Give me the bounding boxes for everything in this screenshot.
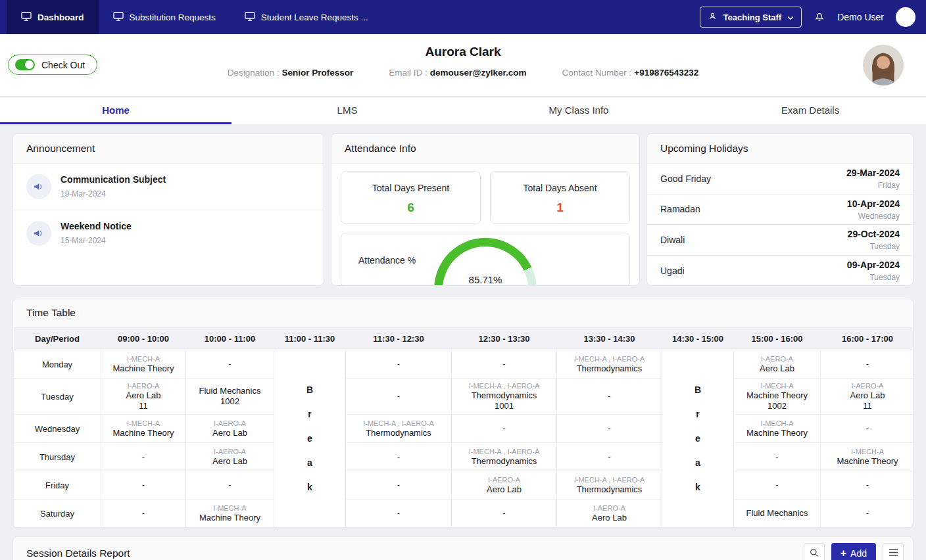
nav-tab-label: Substitution Requests [130, 12, 216, 22]
hamburger-icon [889, 548, 898, 559]
attendance-card: Attendance Info Total Days Present 6 Tot… [331, 133, 640, 286]
add-button-label: Add [850, 548, 867, 559]
page-tabs: Home LMS My Class Info Exam Details [0, 96, 926, 124]
timetable-cell: I-MECH-AMachine Theory [101, 415, 186, 443]
timetable-row-saturday: Saturday - I-MECH-AMachine Theory - - I-… [14, 500, 914, 528]
nav-right-controls: Teaching Staff Demo User [700, 0, 926, 34]
check-out-label: Check Out [41, 60, 85, 70]
timetable-row-monday: Monday I-MECH-AMachine Theory - Break - … [14, 350, 914, 379]
holiday-row: Diwali 29-Oct-2024Tuesday [647, 225, 913, 256]
timetable-header-cell: Day/Period [14, 328, 101, 350]
timetable-header-cell: 15:00 - 16:00 [734, 328, 821, 350]
days-absent-label: Total Days Absent [491, 183, 629, 193]
tab-exam-details[interactable]: Exam Details [694, 97, 926, 124]
timetable-cell: - [557, 379, 662, 415]
timetable-header-cell: 11:00 - 11:30 [274, 328, 346, 350]
email-field: Email ID :demouser@zylker.com [389, 68, 526, 78]
tab-home[interactable]: Home [0, 97, 232, 124]
timetable-cell: I-AERO-AAero Lab [186, 415, 274, 443]
timetable-cell: - [346, 379, 452, 415]
timetable-cell: I-MECH-AMachine Theory [734, 415, 821, 443]
tab-lms[interactable]: LMS [232, 97, 463, 124]
timetable-title: Time Table [13, 298, 913, 328]
staff-name: Aurora Clark [0, 45, 926, 59]
announcement-item[interactable]: Communication Subject 19-Mar-2024 [13, 164, 324, 210]
role-selector-value: Teaching Staff [723, 12, 782, 22]
session-report-card: Session Details Report +Add [12, 536, 914, 560]
timetable-row-wednesday: Wednesday I-MECH-AMachine Theory I-AERO-… [14, 415, 914, 443]
timetable-row-friday: Friday - - - I-AERO-AAero Lab I-MECH-A ,… [14, 471, 914, 500]
timetable-cell: I-AERO-AAero Lab [557, 500, 662, 528]
top-nav: Dashboard Substitution Requests Student … [0, 0, 926, 34]
nav-avatar[interactable] [896, 7, 915, 27]
timetable-cell: - [821, 415, 914, 443]
role-selector[interactable]: Teaching Staff [700, 7, 802, 28]
attendance-body: Total Days Present 6 Total Days Absent 1… [331, 164, 639, 286]
notifications-bell-icon[interactable] [814, 10, 825, 25]
attendance-percent-value: 85.71% [434, 274, 537, 285]
timetable-cell: - [821, 471, 914, 500]
timetable-header-cell: 16:00 - 17:00 [821, 328, 914, 350]
attendance-percent-box: Attendance % 85.71% [341, 233, 630, 286]
contact-field: Contact Number :+919876543232 [562, 68, 699, 78]
nav-tab-label: Student Leave Requests ... [261, 12, 368, 22]
timetable-header-cell: 12:30 - 13:30 [452, 328, 557, 350]
holiday-date: 09-Apr-2024 [847, 260, 900, 270]
profile-summary: Aurora Clark Designation :Senior Profess… [0, 34, 926, 78]
holidays-card: Upcoming Holidays Good Friday 29-Mar-202… [646, 133, 914, 286]
holiday-name: Ugadi [660, 266, 685, 276]
timetable-cell: Fluid Mechanics [734, 500, 821, 528]
timetable-cell: - [821, 350, 914, 379]
nav-tab-substitution-requests[interactable]: Substitution Requests [99, 0, 230, 34]
timetable-cell: I-MECH-A , I-AERO-AThermodynamics [346, 415, 452, 443]
plus-icon: + [841, 548, 846, 559]
holiday-date: 29-Oct-2024 [848, 229, 900, 239]
announcement-title: Announcement [13, 134, 324, 164]
tab-my-class-info[interactable]: My Class Info [463, 97, 694, 124]
timetable-cell: - [452, 415, 557, 443]
timetable-cell: - [557, 443, 662, 471]
holiday-weekday: Friday [846, 181, 900, 190]
timetable: Day/Period 09:00 - 10:00 10:00 - 11:00 1… [13, 328, 914, 528]
timetable-cell: - [821, 500, 914, 528]
announcement-list: Communication Subject 19-Mar-2024 Weeken… [13, 164, 324, 256]
check-out-button[interactable]: Check Out [8, 55, 97, 75]
holidays-title: Upcoming Holidays [647, 134, 913, 164]
nav-tab-label: Dashboard [37, 12, 84, 22]
checkout-toggle-icon [15, 59, 35, 70]
holiday-row: Ramadan 10-Apr-2024Wednesday [647, 195, 913, 225]
timetable-cell: - [452, 350, 557, 379]
megaphone-icon [26, 221, 51, 246]
search-icon [809, 548, 819, 560]
attendance-percent-label: Attendance % [358, 255, 416, 266]
nav-tab-student-leave-requests[interactable]: Student Leave Requests ... [230, 0, 383, 34]
announcement-card: Announcement Communication Subject 19-Ma… [12, 133, 324, 286]
holiday-name: Diwali [660, 235, 685, 245]
timetable-header-cell: 14:30 - 15:00 [662, 328, 734, 350]
holiday-date: 29-Mar-2024 [846, 168, 900, 178]
monitor-icon [113, 12, 124, 23]
menu-button[interactable] [883, 543, 904, 560]
attendance-gauge: 85.71% [434, 238, 537, 285]
day-cell: Tuesday [14, 379, 101, 415]
timetable-cell: - [101, 500, 186, 528]
timetable-cell: - [346, 500, 452, 528]
timetable-cell: I-MECH-AMachine Theory [186, 500, 274, 528]
day-cell: Saturday [14, 500, 101, 528]
timetable-cell: I-MECH-AMachine Theory [821, 443, 914, 471]
holidays-list: Good Friday 29-Mar-2024Friday Ramadan 10… [647, 164, 913, 286]
timetable-header-cell: 11:30 - 12:30 [346, 328, 452, 350]
profile-header: Check Out Aurora Clark Designation :Seni… [0, 34, 926, 96]
nav-tab-dashboard[interactable]: Dashboard [7, 0, 99, 34]
timetable-row-thursday: Thursday - I-AERO-AAero Lab - I-MECH-A ,… [14, 443, 914, 471]
announcement-item[interactable]: Weekend Notice 15-Mar-2024 [13, 210, 324, 256]
days-absent-box: Total Days Absent 1 [490, 171, 630, 224]
timetable-cell: - [346, 443, 452, 471]
timetable-cell: I-MECH-AMachine Theory1002 [734, 379, 821, 415]
chevron-down-icon [787, 12, 794, 22]
monitor-icon [245, 12, 255, 23]
add-button[interactable]: +Add [831, 543, 876, 560]
timetable-header-cell: 09:00 - 10:00 [101, 328, 186, 350]
timetable-cell: I-AERO-AAero Lab [734, 350, 821, 379]
search-button[interactable] [804, 543, 825, 560]
